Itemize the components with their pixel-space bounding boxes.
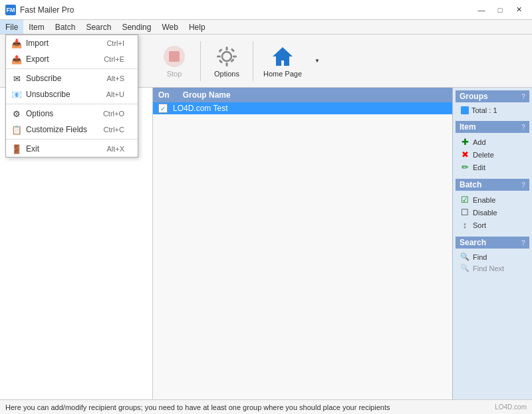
group-row[interactable]: ✓ LO4D.com Test <box>153 102 452 114</box>
options-label: Options <box>214 70 239 78</box>
groups-title: Groups <box>460 92 488 101</box>
batch-sort[interactable]: ↕ Sort <box>456 219 529 231</box>
menu-import[interactable]: 📥 Import Ctrl+I <box>6 35 138 51</box>
title-controls: — □ ✕ <box>473 4 527 16</box>
homepage-label: Home Page <box>263 70 302 78</box>
separator-2 <box>6 104 138 104</box>
close-button[interactable]: ✕ <box>511 4 527 16</box>
exit-icon: 🚪 <box>11 144 22 154</box>
menu-export[interactable]: 📤 Export Ctrl+E <box>6 51 138 67</box>
menu-customize-fields[interactable]: 📋 Customize Fields Ctrl+C <box>6 122 138 138</box>
svg-point-10 <box>222 52 231 61</box>
search-find[interactable]: 🔍 Find <box>456 251 529 262</box>
svg-rect-11 <box>226 47 228 51</box>
group-name: LO4D.com Test <box>173 104 227 113</box>
find-next-label: Find Next <box>473 264 504 272</box>
group-list: ✓ LO4D.com Test <box>153 102 452 399</box>
svg-rect-9 <box>169 51 180 62</box>
menu-web[interactable]: Web <box>156 20 183 34</box>
center-panel: On Group Name ✓ LO4D.com Test <box>153 88 452 399</box>
toolbar-sep-3 <box>253 41 253 81</box>
item-title: Item <box>460 122 476 132</box>
separator-3 <box>6 139 138 140</box>
menu-batch[interactable]: Batch <box>50 20 81 34</box>
menu-unsubscribe[interactable]: 📧 Unsubscribe Alt+U <box>6 86 138 102</box>
minimize-button[interactable]: — <box>473 4 489 16</box>
menu-exit[interactable]: 🚪 Exit Alt+X <box>6 141 138 157</box>
title-bar: FM Fast Mailer Pro — □ ✕ <box>0 0 532 20</box>
status-message: Here you can add/modify recipient groups… <box>5 403 390 411</box>
svg-marker-19 <box>273 47 293 66</box>
status-logo: LO4D.com <box>495 403 527 411</box>
toolbar-sep-2 <box>200 41 201 81</box>
col-on: On <box>158 90 170 100</box>
disable-label: Disable <box>473 209 497 217</box>
options-icon: ⚙ <box>11 108 22 119</box>
item-section: Item ? ✚ Add ✖ Delete ✏ Edit <box>453 118 532 176</box>
group-list-header: On Group Name <box>153 88 452 102</box>
menu-help[interactable]: Help <box>184 20 211 34</box>
enable-label: Enable <box>473 196 495 204</box>
search-section-header: Search ? <box>456 237 529 249</box>
svg-rect-15 <box>218 48 222 52</box>
groups-help-icon[interactable]: ? <box>521 93 525 100</box>
delete-label: Delete <box>473 151 494 159</box>
add-label: Add <box>473 138 486 146</box>
sort-label: Sort <box>473 221 486 229</box>
item-section-header: Item ? <box>456 121 529 133</box>
svg-rect-12 <box>226 62 228 66</box>
options-toolbar-icon <box>215 45 239 68</box>
menu-options[interactable]: ⚙ Options Ctrl+O <box>6 106 138 122</box>
groups-dot-icon <box>461 106 469 114</box>
title-left: FM Fast Mailer Pro <box>5 5 74 15</box>
import-icon: 📥 <box>11 38 22 49</box>
menu-file[interactable]: File <box>0 20 23 34</box>
app-icon: FM <box>5 5 16 15</box>
search-section: Search ? 🔍 Find 🔍 Find Next <box>453 234 532 276</box>
menu-search[interactable]: Search <box>80 20 116 34</box>
find-icon: 🔍 <box>460 253 470 261</box>
batch-help-icon[interactable]: ? <box>521 181 525 189</box>
homepage-dropdown[interactable]: ▼ <box>311 38 324 84</box>
search-help-icon[interactable]: ? <box>521 239 525 247</box>
stop-button[interactable]: Stop <box>151 38 198 84</box>
subscribe-icon: ✉ <box>11 73 22 84</box>
menu-bar: File Item Batch Search Sending Web Help <box>0 20 532 35</box>
status-bar: Here you can add/modify recipient groups… <box>0 399 532 414</box>
app-title: Fast Mailer Pro <box>20 5 74 15</box>
homepage-button[interactable]: Home Page <box>256 38 309 84</box>
edit-icon: ✏ <box>460 162 470 172</box>
groups-section-header: Groups ? <box>456 90 529 102</box>
menu-subscribe[interactable]: ✉ Subscribe Alt+S <box>6 70 138 86</box>
svg-rect-18 <box>231 48 235 52</box>
disable-icon: ☐ <box>460 207 470 217</box>
stop-label: Stop <box>167 70 182 78</box>
item-delete[interactable]: ✖ Delete <box>456 148 529 161</box>
maximize-button[interactable]: □ <box>492 4 508 16</box>
homepage-toolbar-icon <box>271 45 295 68</box>
dropdown-arrow-icon: ▼ <box>315 58 320 64</box>
enable-icon: ☑ <box>460 195 470 205</box>
batch-enable[interactable]: ☑ Enable <box>456 193 529 206</box>
menu-sending[interactable]: Sending <box>116 20 156 34</box>
edit-label: Edit <box>473 163 485 171</box>
right-panel: Groups ? Total : 1 Item ? ✚ Add ✖ <box>452 88 532 399</box>
item-help-icon[interactable]: ? <box>521 124 525 131</box>
item-add[interactable]: ✚ Add <box>456 136 529 148</box>
search-find-next[interactable]: 🔍 Find Next <box>456 262 529 274</box>
add-icon: ✚ <box>460 137 470 147</box>
batch-disable[interactable]: ☐ Disable <box>456 206 529 219</box>
separator-1 <box>6 68 138 69</box>
svg-rect-13 <box>217 55 221 57</box>
batch-section-header: Batch ? <box>456 179 529 191</box>
batch-section: Batch ? ☑ Enable ☐ Disable ↕ Sort <box>453 176 532 234</box>
menu-item[interactable]: Item <box>23 20 49 34</box>
find-label: Find <box>473 253 487 261</box>
options-button[interactable]: Options <box>203 38 250 84</box>
item-edit[interactable]: ✏ Edit <box>456 161 529 173</box>
svg-rect-14 <box>233 55 237 57</box>
group-checkbox[interactable]: ✓ <box>158 104 168 113</box>
export-icon: 📤 <box>11 54 22 64</box>
find-next-icon: 🔍 <box>460 264 470 272</box>
col-groupname: Group Name <box>183 90 231 100</box>
